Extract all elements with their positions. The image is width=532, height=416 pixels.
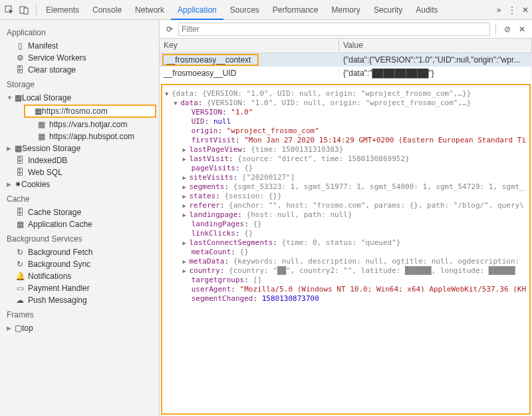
filter-input[interactable] [178,23,490,36]
sidebar-item-push-messaging[interactable]: ☁Push Messaging [0,294,159,306]
table-row[interactable]: __frosmoeasy__UID {"data":"██████████"} [160,67,532,80]
grid-icon: ▦ [35,106,42,116]
sidebar-item-cookies[interactable]: ▶✷Cookies [0,178,159,190]
grid-icon: ▦ [36,120,47,129]
database-icon: 🗄 [15,168,25,177]
section-background-services: Background Services [0,230,159,246]
device-icon[interactable] [19,5,29,15]
chevron-right-icon: ▶ [7,325,15,331]
tab-network[interactable]: Network [128,0,171,20]
tab-sources[interactable]: Sources [223,0,266,20]
clear-filter-icon[interactable]: ⊘ [501,25,513,34]
sidebar-item-cache-storage[interactable]: 🗄Cache Storage [0,206,159,218]
storage-content-pane: ⟳ ⊘ ✕ Key Value __frosmoeasy__context {"… [160,20,532,416]
sidebar-origin-hubspot[interactable]: ▦https://app.hubspot.com [0,130,159,142]
document-icon: ▯ [15,41,25,51]
tab-memory[interactable]: Memory [325,0,367,20]
storage-value: {"data":{"VERSION":"1.0","UID":null,"ori… [339,54,532,66]
tab-console[interactable]: Console [86,0,128,20]
kebab-icon[interactable]: ⋮ [505,5,519,15]
delete-icon[interactable]: ✕ [516,25,528,34]
grid-icon: ▦ [36,132,47,141]
col-value[interactable]: Value [339,39,532,53]
tab-elements[interactable]: Elements [39,0,86,20]
sync-icon: ↻ [15,260,25,269]
application-sidebar: Application ▯Manifest ⚙Service Workers 🗄… [0,20,160,416]
tab-application[interactable]: Application [171,0,223,20]
sidebar-item-service-workers[interactable]: ⚙Service Workers [0,52,159,64]
table-row[interactable]: __frosmoeasy__context {"data":{"VERSION"… [160,53,532,67]
frame-icon: ▢ [15,323,22,333]
sidebar-origin-frosmo[interactable]: ▦https://frosmo.com [24,104,156,118]
section-storage: Storage [0,76,159,92]
section-frames: Frames [0,306,159,322]
sidebar-item-websql[interactable]: 🗄Web SQL [0,166,159,178]
grid-icon: ▦ [15,220,25,229]
devtools-tabs: Elements Console Network Application Sou… [0,0,532,20]
sidebar-item-local-storage[interactable]: ▼▦Local Storage [0,92,159,104]
value-detail-pane[interactable]: ▼{data: {VERSION: "1.0", UID: null, orig… [161,84,531,415]
chevron-down-icon: ▼ [7,95,15,101]
close-icon[interactable]: ✕ [519,5,532,15]
database-icon: 🗄 [15,208,25,217]
chevron-right-icon: ▶ [7,181,15,188]
cookie-icon: ✷ [15,180,21,189]
grid-icon: ▦ [15,93,22,103]
storage-key: __frosmoeasy__UID [160,67,339,79]
divider [495,24,496,35]
divider [36,4,37,16]
sidebar-item-manifest[interactable]: ▯Manifest [0,40,159,52]
svg-rect-2 [24,8,28,14]
sidebar-origin-hotjar[interactable]: ▦https://vars.hotjar.com [0,118,159,130]
bell-icon: 🔔 [15,272,25,281]
fetch-icon: ↻ [15,248,25,257]
storage-table-header: Key Value [160,39,532,53]
storage-value: {"data":"██████████"} [339,67,532,79]
filter-bar: ⟳ ⊘ ✕ [160,20,532,39]
section-application: Application [0,24,159,40]
sidebar-item-clear-storage[interactable]: 🗄Clear storage [0,64,159,76]
sidebar-item-indexeddb[interactable]: 🗄IndexedDB [0,154,159,166]
sidebar-item-application-cache[interactable]: ▦Application Cache [0,218,159,230]
cloud-icon: ☁ [15,296,25,305]
reload-icon[interactable]: ⟳ [164,25,176,34]
grid-icon: ▦ [15,144,22,153]
tab-audits[interactable]: Audits [409,0,444,20]
sidebar-item-bg-sync[interactable]: ↻Background Sync [0,258,159,270]
tab-security[interactable]: Security [367,0,409,20]
sidebar-item-top-frame[interactable]: ▶▢top [0,322,159,334]
card-icon: ▭ [15,284,25,293]
sidebar-item-notifications[interactable]: 🔔Notifications [0,270,159,282]
section-cache: Cache [0,190,159,206]
col-key[interactable]: Key [160,39,339,53]
database-icon: 🗄 [15,65,25,75]
tab-performance[interactable]: Performance [266,0,325,20]
storage-rows: __frosmoeasy__context {"data":{"VERSION"… [160,53,532,80]
storage-key: __frosmoeasy__context [162,54,259,66]
inspect-icon[interactable] [4,5,15,15]
gear-icon: ⚙ [15,53,25,63]
more-tabs-icon[interactable]: » [492,5,505,15]
sidebar-item-payment-handler[interactable]: ▭Payment Handler [0,282,159,294]
database-icon: 🗄 [15,156,25,165]
chevron-right-icon: ▶ [7,145,15,152]
sidebar-item-bg-fetch[interactable]: ↻Background Fetch [0,246,159,258]
sidebar-item-session-storage[interactable]: ▶▦Session Storage [0,142,159,154]
